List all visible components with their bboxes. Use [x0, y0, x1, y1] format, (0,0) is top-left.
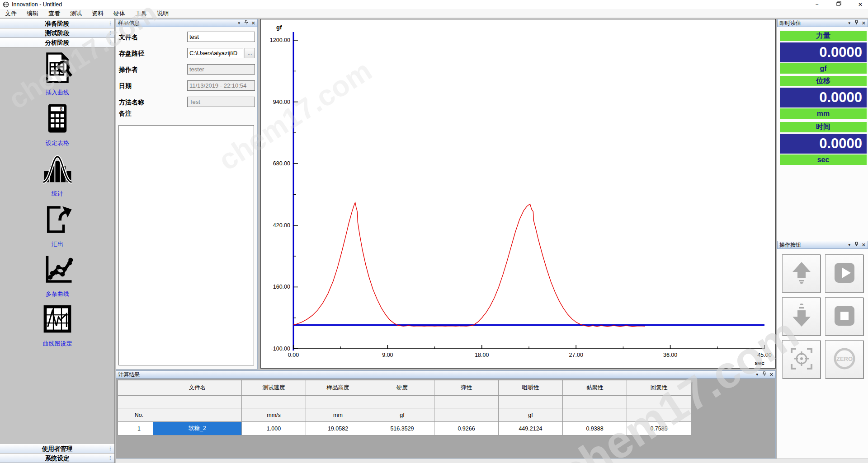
table-cell[interactable]: 0.7585	[627, 422, 691, 435]
application-window: Innovation - Untitled − ✕ 文件编辑查看测试资料硬体工具…	[0, 0, 868, 463]
app-icon	[3, 1, 9, 8]
grip-icon: ⋮	[108, 455, 113, 460]
panel-close-icon[interactable]: ✕	[769, 372, 774, 378]
window-title: Innovation - Untitled	[12, 1, 62, 8]
table-header-cell	[563, 396, 627, 408]
browse-button[interactable]: ...	[245, 48, 255, 58]
panel-dropdown-icon[interactable]: ▼	[848, 243, 851, 247]
panel-title: 计算结果	[118, 371, 755, 379]
table-header-cell: gf	[499, 408, 563, 422]
文件名-input[interactable]: test	[187, 32, 255, 42]
grip-icon: ⋮	[108, 40, 113, 45]
table-header-cell	[118, 396, 125, 408]
存盘路径-input[interactable]: C:\Users\aiyaziji\D	[187, 48, 243, 58]
jog-down-button[interactable]	[782, 297, 821, 336]
target-icon	[789, 346, 814, 373]
force-time-chart: -100.00160.00420.00680.00940.001200.000.…	[261, 19, 775, 368]
tool-multi-curve[interactable]: 多条曲线	[0, 253, 115, 298]
panel-pin-icon[interactable]	[762, 371, 766, 378]
panel-pin-icon[interactable]	[244, 20, 248, 26]
reading-value: 0.0000	[780, 134, 867, 154]
table-cell[interactable]	[118, 422, 125, 435]
table-cell[interactable]: 516.3529	[370, 422, 434, 435]
table-header-cell	[499, 396, 563, 408]
stage-button-0[interactable]: 准备阶段⋮	[0, 19, 114, 28]
table-header-cell	[125, 396, 153, 408]
zero-icon: ZERO	[832, 346, 857, 373]
minimize-button[interactable]: −	[813, 0, 821, 9]
table-header-cell: 黏聚性	[563, 380, 627, 396]
table-header-cell: 样品高度	[306, 380, 370, 396]
table-header-cell: 测试速度	[242, 380, 306, 396]
table-cell[interactable]: 软糖_2	[153, 422, 242, 435]
svg-text:27.00: 27.00	[569, 352, 583, 358]
play-icon	[832, 260, 857, 287]
menu-item-7[interactable]: 说明	[152, 9, 174, 18]
panel-dropdown-icon[interactable]: ▼	[755, 373, 759, 377]
tool-set-table[interactable]: 0设定表格	[0, 102, 115, 147]
target-button[interactable]	[782, 340, 821, 379]
panel-close-icon[interactable]: ✕	[862, 242, 866, 248]
close-button[interactable]: ✕	[856, 0, 864, 9]
table-header-cell: 硬度	[370, 380, 434, 396]
table-cell[interactable]: 19.0582	[306, 422, 370, 435]
field-label: 文件名	[119, 33, 138, 42]
sidebar-bottom-button-0[interactable]: 使用者管理⋮	[0, 444, 114, 454]
svg-text:940.00: 940.00	[273, 99, 290, 105]
notes-textarea[interactable]	[118, 125, 254, 365]
svg-text:gf: gf	[276, 24, 282, 31]
zero-button[interactable]: ZERO	[825, 340, 863, 379]
grip-icon: ⋮	[108, 21, 113, 26]
table-header-cell	[153, 408, 242, 422]
table-cell[interactable]: 1	[125, 422, 153, 435]
menu-item-4[interactable]: 资料	[87, 9, 108, 18]
tool-chart-settings[interactable]: 曲线图设定	[0, 303, 115, 348]
readings-header: 即时读值 ▼ ✕	[777, 19, 868, 27]
stop-icon	[832, 303, 857, 330]
panel-close-icon[interactable]: ✕	[862, 20, 866, 26]
menu-item-1[interactable]: 编辑	[22, 9, 43, 18]
tool-label: 统计	[0, 190, 115, 198]
reading-value: 0.0000	[780, 88, 867, 108]
stage-button-1[interactable]: 测试阶段⋮	[0, 28, 114, 38]
table-header-cell	[434, 396, 499, 408]
panel-pin-icon[interactable]	[854, 20, 859, 26]
stage-button-2[interactable]: 分析阶段⋮	[0, 38, 114, 47]
menu-item-2[interactable]: 查看	[43, 9, 65, 18]
table-cell[interactable]: 1.000	[242, 422, 306, 435]
panel-pin-icon[interactable]	[854, 242, 859, 248]
jog-up-button[interactable]	[782, 254, 821, 293]
run-button[interactable]	[825, 254, 863, 293]
svg-text:ZERO: ZERO	[836, 355, 852, 362]
tool-statistics[interactable]: 统计	[0, 153, 115, 198]
field-label: 方法名称	[119, 98, 144, 107]
menu-item-6[interactable]: 工具	[130, 9, 152, 18]
chart-panel: -100.00160.00420.00680.00940.001200.000.…	[260, 19, 776, 369]
field-label: 存盘路径	[119, 50, 144, 58]
reading-label: 时间	[780, 122, 867, 132]
tool-label: 曲线图设定	[0, 340, 115, 348]
table-cell[interactable]: 449.2124	[499, 422, 563, 435]
export-icon	[41, 203, 74, 236]
panel-dropdown-icon[interactable]: ▼	[848, 21, 851, 25]
table-header-cell	[306, 396, 370, 408]
restore-button[interactable]	[835, 0, 843, 9]
tool-label: 设定表格	[0, 139, 115, 147]
操作者-input: tester	[187, 64, 255, 75]
menu-item-0[interactable]: 文件	[0, 9, 22, 18]
table-header-row: 文件名测试速度样品高度硬度弹性咀嚼性黏聚性回复性	[118, 380, 691, 396]
stop-button[interactable]	[825, 297, 863, 336]
tool-export[interactable]: 汇出	[0, 203, 115, 248]
panel-dropdown-icon[interactable]: ▼	[237, 21, 241, 25]
menu-item-5[interactable]: 硬体	[108, 9, 130, 18]
sample-info-panel: 样品信息 ▼ ✕ 文件名test存盘路径C:\Users\aiyaziji\D.…	[116, 19, 258, 369]
sidebar-bottom-button-1[interactable]: 系统设定⋮	[0, 454, 114, 463]
table-cell[interactable]: 0.9388	[563, 422, 627, 435]
方法名称-input: Test	[187, 97, 255, 107]
table-cell[interactable]: 0.9266	[434, 422, 499, 435]
panel-close-icon[interactable]: ✕	[251, 20, 255, 26]
tool-insert-curve[interactable]: 插入曲线	[0, 51, 115, 97]
menu-item-3[interactable]: 测试	[65, 9, 87, 18]
reading-unit: sec	[780, 154, 867, 165]
sample-info-header: 样品信息 ▼ ✕	[116, 19, 258, 27]
